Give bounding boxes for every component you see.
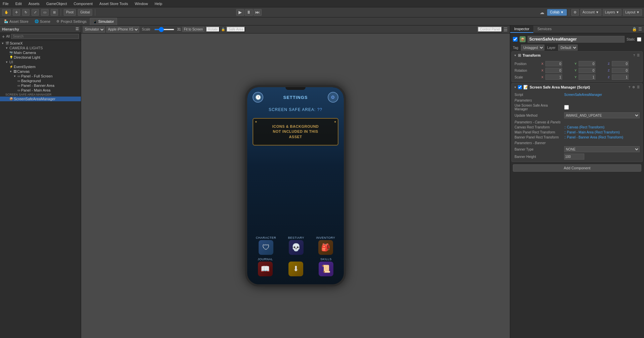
menu-component[interactable]: Component [72,1,94,6]
inspector-lock-icon[interactable]: 🔒 [632,27,637,32]
collab-btn[interactable]: Collab ▼ [547,9,567,16]
tab-project-settings[interactable]: ⚙ Project Settings [54,18,89,25]
tree-panel-main[interactable]: ▭ Panel - Main Area [0,88,81,93]
update-method-select[interactable]: AWAKE_AND_UPDATE [564,112,640,118]
tree-background[interactable]: ▭ Background [0,78,81,83]
rect-tool-btn[interactable]: ▭ [41,9,49,16]
static-checkbox[interactable] [637,37,641,42]
canvas-rect-value: :: Canvas (Rect Transform) [564,125,640,129]
nav-bestiary[interactable]: BESTIARY 💀 [288,236,304,255]
pos-x-input[interactable] [545,61,562,66]
hierarchy-search[interactable] [11,34,79,39]
inspector-tab-services[interactable]: Services [533,25,555,33]
scale-z-input[interactable] [612,74,629,80]
phone-notch [285,87,306,90]
menu-edit[interactable]: Edit [14,1,23,6]
scene-menu-icon[interactable]: ☰ [503,27,508,32]
play-btn[interactable]: ▶ [236,9,244,16]
account-btn[interactable]: Account ▼ [580,9,601,16]
add-component-btn[interactable]: Add Component [513,164,641,172]
device-select[interactable]: Apple iPhone XS [106,26,139,33]
hierarchy-header: Hierarchy ☰ [0,25,81,33]
tree-main-camera[interactable]: 📷 Main Camera [0,50,81,55]
multi-tool-btn[interactable]: ⊞ [51,9,58,16]
menu-assets[interactable]: Assets [27,1,41,6]
separator-1 [61,9,61,16]
nav-skills[interactable]: SKILLS 📜 [319,258,333,276]
hierarchy-add-btn[interactable]: + [2,34,5,39]
script-header[interactable]: ▼ 📝 Screen Safe Area Manager (Script) ? … [512,83,642,91]
rot-y-input[interactable] [579,68,595,73]
use-screen-safe-checkbox[interactable] [564,105,569,110]
step-btn[interactable]: ⏭ [254,9,262,16]
nav-inventory[interactable]: INVENTORY 🎒 [316,236,335,255]
tree-panel-banner[interactable]: ▭ Panel - Banner Area [0,83,81,88]
safe-area-btn[interactable]: Safe Area [226,26,245,32]
rot-y-group: Y [575,68,606,73]
menu-asset-store-tools[interactable]: Asset Store Tools [98,1,129,6]
layers-btn[interactable]: Layers ▼ [603,9,622,16]
rotate-btn[interactable]: Rotate [206,26,220,32]
pivot-btn[interactable]: Pivot [64,9,76,16]
settings-icon-btn[interactable]: ⚙ [571,9,579,16]
script-help-btn[interactable]: ? [628,85,631,89]
script-active-checkbox[interactable] [518,85,522,89]
banner-height-input[interactable] [564,154,584,160]
layout-btn[interactable]: Layout ▼ [623,9,642,16]
hand-tool-btn[interactable]: ✋ [2,9,11,16]
simulator-mode-select[interactable]: Simulator [83,26,105,33]
object-active-checkbox[interactable] [513,37,518,42]
script-ref-value: ScreenSafeAreaManager [564,93,602,97]
pause-btn[interactable]: ⏸ [245,9,253,16]
transform-menu-btn[interactable]: ☰ [636,53,640,57]
menu-file[interactable]: File [1,1,10,6]
global-btn[interactable]: Global [78,9,92,16]
pos-y-input[interactable] [579,61,595,66]
scale-x-input[interactable] [545,74,562,80]
control-panel-btn[interactable]: Control Panel [478,26,502,32]
banner-type-select[interactable]: NONE [564,146,640,152]
rotate-tool-btn[interactable]: ↻ [22,9,30,16]
nav-character[interactable]: CHARACTER 🛡 [256,236,276,255]
tree-event-system[interactable]: ⚡ EventSystem [0,64,81,69]
tab-asset-store[interactable]: 🏪 Asset Store [1,18,31,25]
inspector-menu-icon[interactable]: ☰ [638,27,642,32]
menu-help[interactable]: Help [153,1,164,6]
hierarchy-menu-icon[interactable]: ☰ [75,27,79,31]
tree-directional-light[interactable]: 💡 Directional Light [0,55,81,60]
fit-to-screen-btn[interactable]: Fit to Screen [182,27,205,32]
transform-header[interactable]: ▼ ⊞ Transform ? ☰ [512,52,642,59]
menu-window[interactable]: Window [133,1,149,6]
tree-panel-full-screen[interactable]: ▼ ▭ Panel - Full Screen [0,74,81,78]
scale-y-input[interactable] [579,74,595,80]
phone-gear-btn[interactable]: ⚙ [328,92,338,103]
tag-label: Tag [513,46,518,50]
nav-down[interactable]: ⬇ [288,258,303,276]
tree-canvas[interactable]: ▼ 🖼 Canvas [0,69,81,74]
inspector-tab-inspector[interactable]: Inspector [510,25,533,33]
script-menu-btn[interactable]: ☰ [636,85,640,89]
menu-gameobject[interactable]: GameObject [45,1,68,6]
pos-x-axis: X [541,62,545,65]
tag-select[interactable]: Untagged [521,45,544,51]
layer-select[interactable]: Default [558,45,578,51]
rot-x-input[interactable] [545,68,562,73]
transform-help-btn[interactable]: ? [633,53,636,57]
move-tool-btn[interactable]: ✛ [13,9,20,16]
banner-height-label: Banner Height [515,155,561,159]
script-settings-btn[interactable]: ⚙ [632,85,636,89]
tab-scene[interactable]: 🌐 Scene [32,18,53,25]
tree-scenex[interactable]: ▼ 🎬 SceneX [0,41,81,46]
scale-slider[interactable] [154,29,174,30]
phone-clock-btn[interactable]: 🕐 [253,92,263,103]
tree-ssam-obj[interactable]: 📦 ScreenSafeAreaManager [0,97,81,101]
nav-journal[interactable]: JOURNAL 📖 [258,258,273,276]
rot-z-input[interactable] [612,68,629,73]
tab-simulator[interactable]: 📱 Simulator [90,18,117,25]
inspector-tabs: Inspector Services 🔒 ☰ [510,25,644,33]
object-name-input[interactable] [528,36,625,43]
scale-tool-btn[interactable]: ⤢ [32,9,39,16]
tree-ui[interactable]: ▼ UI [0,60,81,64]
tree-camera-lights[interactable]: ▼ CAMERA & LIGHTS [0,46,81,50]
pos-z-input[interactable] [612,61,629,66]
